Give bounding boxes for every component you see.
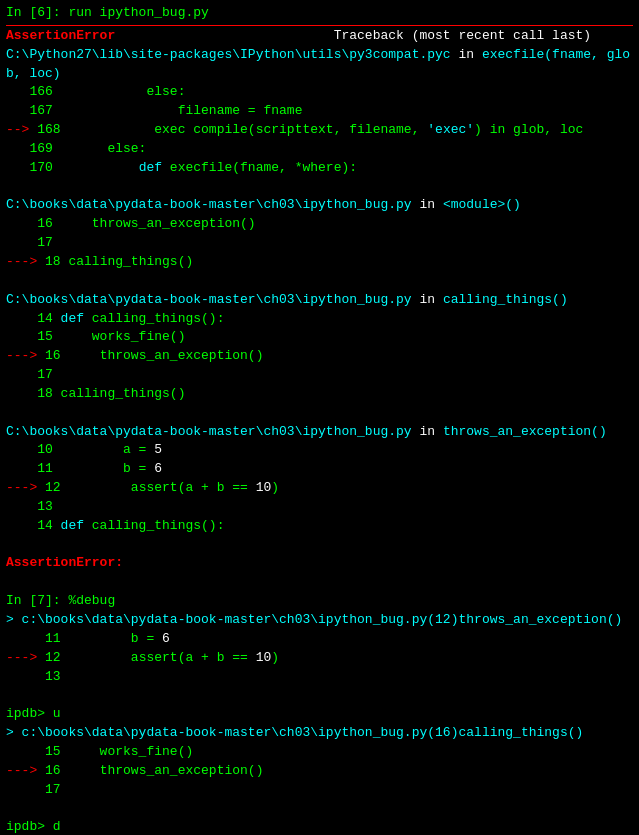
debug-line-16-arrow: ---> 16 throws_an_exception() — [6, 762, 633, 781]
line-11: 11 b = 6 — [6, 460, 633, 479]
ipdb-u[interactable]: ipdb> u — [6, 705, 633, 724]
ipdb-d[interactable]: ipdb> d — [6, 818, 633, 835]
debug-path1: > c:\books\data\pydata-book-master\ch03\… — [6, 611, 633, 630]
line-167: 167 filename = fname — [6, 102, 633, 121]
line-10: 10 a = 5 — [6, 441, 633, 460]
error-divider — [6, 24, 633, 26]
debug-line-11: 11 b = 6 — [6, 630, 633, 649]
line-16b-arrow: ---> 16 throws_an_exception() — [6, 347, 633, 366]
path-throws-exception: C:\books\data\pydata-book-master\ch03\ip… — [6, 423, 633, 442]
blank-1 — [6, 178, 633, 197]
line-170: 170 def execfile(fname, *where): — [6, 159, 633, 178]
line-18a-arrow: ---> 18 calling_things() — [6, 253, 633, 272]
line-14: 14 def calling_things(): — [6, 310, 633, 329]
path-calling-things: C:\books\data\pydata-book-master\ch03\ip… — [6, 291, 633, 310]
path-py3compat-2: b, loc) — [6, 65, 633, 84]
blank-4 — [6, 536, 633, 555]
blank-2 — [6, 272, 633, 291]
path-module: C:\books\data\pydata-book-master\ch03\ip… — [6, 196, 633, 215]
prompt-in6: In [6]: run ipython_bug.py — [6, 4, 633, 23]
line-17b: 17 — [6, 366, 633, 385]
line-13: 13 — [6, 498, 633, 517]
debug-line-12-arrow: ---> 12 assert(a + b == 10) — [6, 649, 633, 668]
blank-6 — [6, 686, 633, 705]
debug-line-17: 17 — [6, 781, 633, 800]
line-18b: 18 calling_things() — [6, 385, 633, 404]
line-166: 166 else: — [6, 83, 633, 102]
line-15: 15 works_fine() — [6, 328, 633, 347]
line-12-arrow: ---> 12 assert(a + b == 10) — [6, 479, 633, 498]
debug-path2: > c:\books\data\pydata-book-master\ch03\… — [6, 724, 633, 743]
blank-7 — [6, 799, 633, 818]
line-168-arrow: --> 168 exec compile(scripttext, filenam… — [6, 121, 633, 140]
line-16a: 16 throws_an_exception() — [6, 215, 633, 234]
blank-5 — [6, 573, 633, 592]
assertion-traceback-line: AssertionError Traceback (most recent ca… — [6, 27, 633, 46]
prompt-in7: In [7]: %debug — [6, 592, 633, 611]
line-14b: 14 def calling_things(): — [6, 517, 633, 536]
blank-3 — [6, 404, 633, 423]
line-169: 169 else: — [6, 140, 633, 159]
assertion-error-end: AssertionError: — [6, 554, 633, 573]
debug-line-13: 13 — [6, 668, 633, 687]
debug-line-15: 15 works_fine() — [6, 743, 633, 762]
path-py3compat-1: C:\Python27\lib\site-packages\IPython\ut… — [6, 46, 633, 65]
line-17a: 17 — [6, 234, 633, 253]
terminal: In [6]: run ipython_bug.py AssertionErro… — [0, 0, 639, 835]
